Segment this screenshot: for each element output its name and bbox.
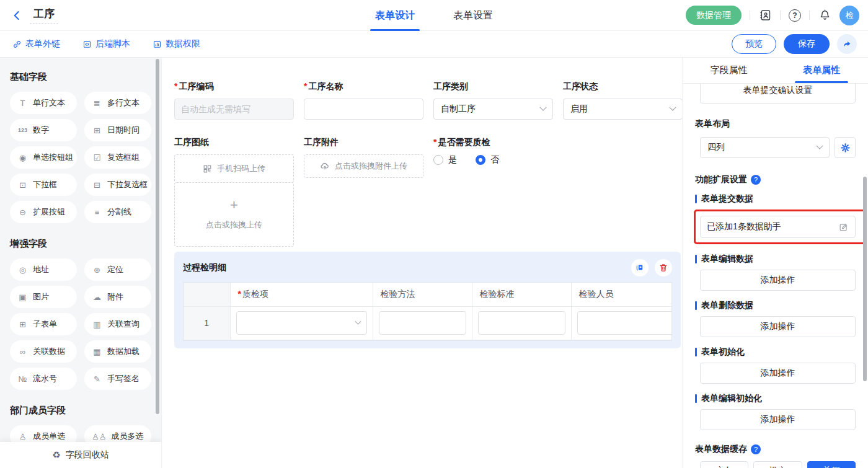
copy-subtable-button[interactable] [631,259,649,276]
field-need-qc[interactable]: *是否需要质检 是 否 [433,137,553,166]
help-badge-icon[interactable]: ? [751,175,761,185]
number-icon: 123 [17,127,28,133]
form-design-canvas[interactable]: *工序编码 *工序名称 工序类别 自制工序 工序状态 启用 [161,58,682,468]
form-external-link[interactable]: 表单外链 [12,38,60,50]
edit-icon[interactable] [838,222,849,232]
chevron-down-icon [669,104,676,111]
field-item-multi-text[interactable]: ≣多行文本 [84,92,151,114]
permission-icon [153,40,162,49]
field-item-image[interactable]: ▣图片 [10,286,77,308]
member-multi-icon: ♙♙ [92,432,106,441]
field-item-extend-button[interactable]: ⊖扩展按钮 [10,201,77,223]
field-process-name[interactable]: *工序名称 [304,81,423,120]
required-mark: * [304,81,307,91]
panel-tabs: 字段属性 表单属性 [683,58,868,84]
user-avatar[interactable]: 检 [839,6,859,25]
save-button[interactable]: 保存 [784,34,830,54]
field-item-subform[interactable]: ⊞子表单 [10,313,77,335]
field-item-checkbox-group[interactable]: ☑复选框组 [84,146,151,169]
notification-bell-icon[interactable] [818,9,831,22]
process-code-input[interactable] [174,99,294,120]
process-name-input[interactable] [304,99,423,120]
tab-form-settings[interactable]: 表单设置 [453,0,493,31]
radio-checked-icon [476,155,485,165]
qr-code-icon [203,164,212,174]
field-process-status[interactable]: 工序状态 启用 [563,81,682,120]
data-permission-link[interactable]: 数据权限 [153,38,200,50]
page-title[interactable]: 工序 [30,7,58,24]
header-tabs: 表单设计 表单设置 [375,0,493,31]
tab-form-design[interactable]: 表单设计 [375,0,415,31]
field-item-linked-query[interactable]: ▥关联查询 [84,313,151,335]
field-process-drawing[interactable]: 工序图纸 手机扫码上传 + 点击或拖拽上传 [174,137,294,247]
panel-scrollbar[interactable] [863,177,867,381]
phone-scan-upload[interactable]: 手机扫码上传 [174,154,294,183]
field-process-attachment[interactable]: 工序附件 点击或拖拽附件上传 [304,137,423,178]
qc-radio-no[interactable]: 否 [476,154,499,166]
process-category-select[interactable]: 自制工序 [433,99,553,120]
field-item-single-text[interactable]: T单行文本 [10,92,77,114]
column-header-standard: 检验标准 [472,283,571,306]
annotation-highlight: 已添加1条数据助手 [694,210,866,244]
field-process-category[interactable]: 工序类别 自制工序 [433,81,553,120]
tab-field-properties[interactable]: 字段属性 [683,58,776,83]
form-row-1: *工序编码 *工序名称 工序类别 自制工序 工序状态 启用 [174,81,674,120]
field-item-divider[interactable]: ≡分割线 [84,201,151,223]
field-item-data-load[interactable]: ▦数据加载 [84,340,151,363]
process-inspection-subtable[interactable]: 过程检明细 [174,252,681,348]
field-item-number[interactable]: 123数字 [10,119,77,141]
field-item-multi-dropdown[interactable]: ⊟下拉复选框 [84,174,151,196]
required-mark: * [433,137,436,147]
add-action-button-edit-data[interactable]: 添加操作 [700,270,856,291]
preview-button[interactable]: 预览 [732,34,776,54]
process-status-select[interactable]: 启用 [563,99,682,120]
field-item-radio-group[interactable]: ◉单选按钮组 [10,146,77,169]
sidebar-scrollbar[interactable] [156,59,159,414]
qc-item-select[interactable] [236,311,367,335]
data-manage-button[interactable]: 数据管理 [686,6,742,25]
help-badge-icon[interactable]: ? [751,444,761,454]
back-button[interactable] [10,9,24,22]
add-action-button-delete-data[interactable]: 添加操作 [700,316,856,337]
backend-script-link[interactable]: 后端脚本 [82,38,130,50]
cache-option-close[interactable]: 关闭 [807,461,856,468]
field-item-address[interactable]: ◎地址 [10,258,77,281]
contacts-icon[interactable] [758,9,772,22]
delete-subtable-button[interactable] [655,259,672,276]
share-button[interactable] [837,34,857,54]
required-mark: * [174,81,177,91]
field-item-attachment[interactable]: ☁附件 [84,286,151,308]
address-pin-icon: ◎ [17,265,28,275]
header-right: 数据管理 ? 检 [686,6,868,25]
subform-icon: ⊞ [17,320,28,329]
standard-input[interactable] [478,311,565,335]
layout-settings-button[interactable] [835,137,856,158]
cache-option-submit[interactable]: 提交 [753,461,802,468]
inspector-input[interactable] [577,311,673,335]
single-text-icon: T [17,99,28,108]
toolbar-links: 表单外链 后端脚本 数据权限 [0,38,200,50]
field-item-datetime[interactable]: ⊞日期时间 [84,119,151,141]
attachment-upload-button[interactable]: 点击或拖拽附件上传 [304,154,423,178]
qc-radio-yes[interactable]: 是 [433,154,457,166]
field-item-signature[interactable]: ✎手写签名 [84,368,151,390]
form-layout-select[interactable]: 四列 [700,137,830,158]
divider [780,11,781,20]
field-recycle-bin[interactable]: ♻ 字段回收站 [0,442,161,468]
tab-form-properties[interactable]: 表单属性 [776,58,868,83]
submit-confirm-settings-button[interactable]: 表单提交确认设置 [700,84,856,104]
multi-dropdown-icon: ⊟ [92,180,102,190]
field-item-dropdown[interactable]: ⊡下拉框 [10,174,77,196]
extend-button-icon: ⊖ [17,208,28,217]
data-assistant-entry[interactable]: 已添加1条数据助手 [700,216,856,238]
method-input[interactable] [379,311,466,335]
help-icon[interactable]: ? [789,9,801,22]
field-item-location[interactable]: ⊕定位 [84,258,151,281]
cache-option-permanent[interactable]: 永久 [700,461,748,468]
drawing-upload-dropzone[interactable]: + 点击或拖拽上传 [174,182,294,247]
add-action-button-init[interactable]: 添加操作 [700,363,856,384]
field-item-linked-data[interactable]: ∞关联数据 [10,340,77,363]
add-action-button-edit-init[interactable]: 添加操作 [700,409,856,430]
field-item-serial-number[interactable]: №流水号 [10,368,77,390]
field-process-code[interactable]: *工序编码 [174,81,294,120]
